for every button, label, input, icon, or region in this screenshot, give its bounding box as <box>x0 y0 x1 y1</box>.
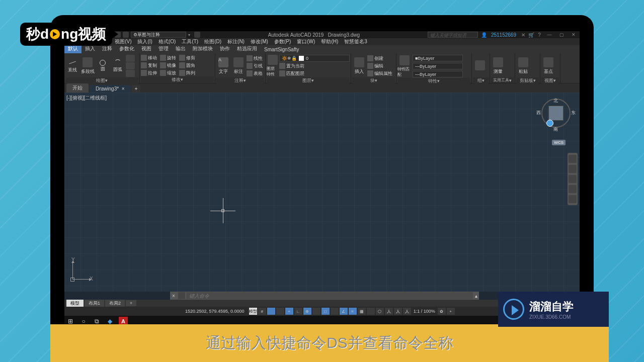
menu-smartsign[interactable]: 智慧签名3 <box>341 38 370 45</box>
nav-zoom-icon[interactable] <box>569 175 577 183</box>
move-button[interactable]: 移动 <box>141 54 157 61</box>
layer-props-button[interactable]: 图层特性 <box>267 54 278 77</box>
group-button[interactable] <box>473 54 487 77</box>
panel-blocks-title[interactable]: 块 ▾ <box>352 77 395 83</box>
panel-view-title[interactable]: 视图 ▾ <box>541 77 559 83</box>
coords-display[interactable]: 1520.2502, 579.4595, 0.0000 <box>185 309 245 314</box>
file-tab-add[interactable]: + <box>132 85 141 93</box>
cmdline-history-icon[interactable]: ▴ <box>473 293 479 299</box>
panel-groups-title[interactable]: 组 ▾ <box>473 77 489 83</box>
status-model-button[interactable]: 模型 <box>249 308 257 315</box>
workspace-dropdown[interactable]: ⚙ 草图与注释 <box>131 32 186 38</box>
status-lwt-icon[interactable]: ≡ <box>349 308 357 315</box>
nav-wheel-icon[interactable] <box>569 155 577 163</box>
tab-collab[interactable]: 协作 <box>216 44 233 53</box>
status-snap-icon[interactable] <box>267 308 275 315</box>
status-cycling-icon[interactable] <box>367 308 375 315</box>
redo-icon[interactable] <box>123 32 129 38</box>
status-scale[interactable]: 1:1 / 100% <box>414 309 435 314</box>
panel-annotate-title[interactable]: 注释 ▾ <box>216 77 264 83</box>
tab-model[interactable]: 模型 <box>66 300 84 307</box>
tab-smartsign[interactable]: SmartSignSafty <box>261 46 302 53</box>
table-button[interactable]: 表格 <box>247 70 263 77</box>
rect-button[interactable] <box>126 55 135 62</box>
tab-manage[interactable]: 管理 <box>155 44 172 53</box>
status-transparency-icon[interactable]: ▦ <box>358 308 366 315</box>
status-otrack-icon[interactable]: ∠ <box>340 308 348 315</box>
panel-layers-title[interactable]: 图层 ▾ <box>267 77 350 83</box>
panel-clipboard-title[interactable]: 剪贴板 ▾ <box>516 77 539 83</box>
base-button[interactable]: 基点 <box>541 54 555 77</box>
status-grid-icon[interactable]: # <box>258 308 266 315</box>
leader-button[interactable]: 引线 <box>247 62 263 69</box>
status-anno2-icon[interactable]: 人 <box>385 308 393 315</box>
tab-view[interactable]: 视图 <box>138 44 155 53</box>
tab-output[interactable]: 输出 <box>172 44 189 53</box>
tab-express[interactable]: 精选应用 <box>233 44 261 53</box>
arc-button[interactable]: 圆弧 <box>111 54 125 77</box>
text-button[interactable]: A文字 <box>216 54 230 77</box>
linetype-dropdown[interactable]: — ByLayer <box>413 71 463 77</box>
ellipse-button[interactable] <box>126 62 135 69</box>
cmdline-customize-icon[interactable] <box>178 292 185 299</box>
match-layer-button[interactable]: 匹配图层 <box>279 70 304 77</box>
panel-utils-title[interactable]: 实用工具 ▾ <box>491 77 514 83</box>
hatch-button[interactable] <box>126 70 135 77</box>
file-tab-current[interactable]: Drawing3* × <box>90 85 131 93</box>
cmdline-close-icon[interactable]: × <box>170 293 177 299</box>
tab-add-layout[interactable]: + <box>126 300 136 306</box>
wcs-badge[interactable]: WCS <box>552 140 566 145</box>
tab-parametric[interactable]: 参数化 <box>116 44 138 53</box>
status-infer-icon[interactable] <box>276 308 284 315</box>
measure-button[interactable]: 测量 <box>491 54 505 77</box>
menu-help[interactable]: 帮助(H) <box>318 38 341 45</box>
exchange-icon[interactable]: ✕ <box>520 32 526 38</box>
tab-addins[interactable]: 附加模块 <box>189 44 216 53</box>
status-polar-icon[interactable]: ⊕ <box>303 308 311 315</box>
command-input[interactable] <box>186 292 473 299</box>
array-button[interactable]: 阵列 <box>179 69 195 76</box>
dim-button[interactable]: 标注 <box>231 54 246 77</box>
trim-button[interactable]: 修剪 <box>179 54 195 61</box>
match-props-button[interactable]: 特性匹配 <box>397 55 412 78</box>
paste-button[interactable]: 粘贴 <box>516 54 530 77</box>
status-dyn-icon[interactable]: + <box>285 308 293 315</box>
lineweight-dropdown[interactable]: — ByLayer <box>413 63 463 69</box>
viewcube[interactable]: 北 南 东 西 <box>541 99 571 128</box>
nav-pan-icon[interactable] <box>569 165 577 173</box>
create-block-button[interactable]: 创建 <box>367 55 392 62</box>
minimize-button[interactable]: — <box>543 31 555 38</box>
scale-button[interactable]: 缩放 <box>160 69 176 76</box>
line-button[interactable]: 直线 <box>65 54 79 77</box>
close-button[interactable]: ✕ <box>568 31 580 38</box>
color-dropdown[interactable]: ■ ByLayer <box>413 55 463 61</box>
status-anno3-icon[interactable]: 人 <box>394 308 402 315</box>
nav-orbit-icon[interactable] <box>569 185 577 193</box>
status-osnap-icon[interactable]: □ <box>321 308 330 315</box>
copy-button[interactable]: 复制 <box>141 62 157 69</box>
drawing-canvas[interactable]: [-][俯视][二维线框] YX 北 南 东 西 WCS <box>64 93 580 292</box>
linear-button[interactable]: 线性 <box>247 55 263 62</box>
status-anno4-icon[interactable]: 人 <box>403 308 411 315</box>
status-anno1-icon[interactable]: ⬡ <box>376 308 384 315</box>
menu-params[interactable]: 参数(P) <box>271 38 294 45</box>
help-icon[interactable]: ? <box>536 32 542 38</box>
edit-attr-button[interactable]: 编辑属性 <box>367 70 392 77</box>
status-iso-icon[interactable] <box>312 308 320 315</box>
nav-showmotion-icon[interactable] <box>569 195 577 203</box>
panel-modify-title[interactable]: 修改 ▾ <box>141 76 214 82</box>
edit-block-button[interactable]: 编辑 <box>367 62 392 69</box>
status-ws-icon[interactable]: + <box>447 308 455 315</box>
insert-block-button[interactable]: 插入 <box>352 54 366 77</box>
tab-layout1[interactable]: 布局1 <box>85 300 104 307</box>
cart-icon[interactable]: 🛒 <box>528 32 534 38</box>
share-icon[interactable] <box>194 32 200 38</box>
stretch-button[interactable]: 拉伸 <box>141 69 157 76</box>
status-ortho-icon[interactable]: ∟ <box>294 308 302 315</box>
help-search-input[interactable]: 键入关键字或短语 <box>428 32 478 38</box>
make-current-button[interactable]: 置为当前 <box>279 62 304 69</box>
status-gear-icon[interactable]: ✿ <box>438 308 446 315</box>
signin-icon[interactable]: 👤 <box>481 32 487 38</box>
mirror-button[interactable]: 镜像 <box>160 62 176 69</box>
tab-layout2[interactable]: 布局2 <box>105 300 125 307</box>
